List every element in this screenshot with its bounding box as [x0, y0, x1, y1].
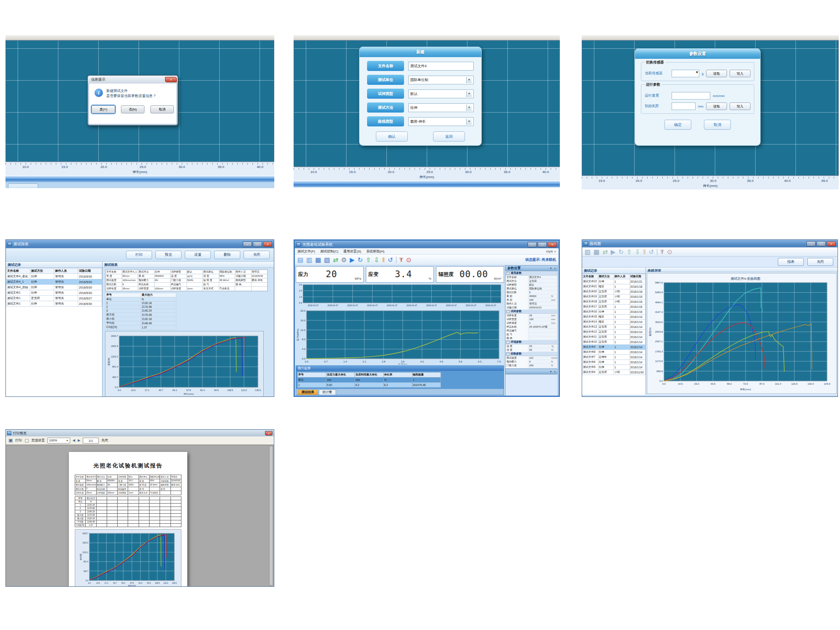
minimize-button[interactable]: –: [806, 241, 816, 247]
taskbar-tab[interactable]: [8, 184, 38, 188]
window-titlebar[interactable]: 测试报表 – □ ×: [6, 240, 274, 248]
maximize-button[interactable]: □: [538, 242, 547, 247]
table-row[interactable]: 测试文件22拉伸12016/1/21: [583, 279, 646, 284]
write-button[interactable]: 写入: [730, 102, 751, 110]
curve-select[interactable]: 载荷-伸长▼: [408, 117, 474, 126]
move-down-icon[interactable]: ⇩: [374, 257, 379, 263]
sync-icon[interactable]: ⇄: [602, 249, 608, 255]
table-row[interactable]: 测试文件4_原始拉伸管理员2016/5/30: [6, 285, 102, 290]
print-button[interactable]: 打印: [126, 251, 152, 259]
move-up-icon[interactable]: ⇧: [627, 249, 632, 255]
reset-icon[interactable]: ↻: [619, 249, 624, 255]
page-setup-icon[interactable]: ▢: [24, 438, 29, 443]
properties-titlebar[interactable]: 参数设置 ▼ ×: [505, 265, 558, 271]
table-row[interactable]: 测试文件14蠕变12016/1/14: [583, 320, 646, 325]
yes-button[interactable]: 是(Y): [92, 105, 115, 113]
write-button[interactable]: 写入: [730, 70, 751, 77]
ok-button[interactable]: 确定: [664, 120, 691, 130]
undo-icon[interactable]: ↺: [648, 249, 654, 255]
print-label[interactable]: 打印: [15, 438, 22, 443]
close-button[interactable]: ×: [827, 241, 836, 247]
close-icon[interactable]: ×: [554, 267, 556, 270]
style-dropdown[interactable]: style ▼: [546, 249, 556, 253]
save-icon[interactable]: ▦: [315, 257, 321, 263]
new-file-icon[interactable]: ▤: [297, 257, 303, 263]
chevron-down-icon[interactable]: ▼: [695, 70, 698, 77]
unit-select[interactable]: 国际单位制▼: [408, 76, 474, 84]
dock-panel-titlebar[interactable]: ▼ ×: [505, 369, 558, 374]
back-button[interactable]: 返回: [433, 131, 465, 142]
property-section-header[interactable]: −通用参数: [506, 271, 557, 276]
table-row[interactable]: 测试文件16拉伸12016/1/15: [583, 310, 646, 315]
sync-icon[interactable]: ⇄: [333, 257, 339, 263]
start-test-icon[interactable]: ▶: [611, 249, 616, 255]
specimen-select[interactable]: 默认▼: [408, 89, 474, 98]
close-button[interactable]: ×: [265, 431, 273, 436]
sensor-icon[interactable]: Ŧ: [399, 257, 403, 263]
column-header[interactable]: 操作人员: [614, 274, 630, 279]
menu-general-settings[interactable]: 通用设置(S): [343, 249, 361, 254]
pause-icon[interactable]: ‖: [382, 257, 385, 263]
table-row[interactable]: 测试文件21蠕变12016/1/18: [583, 284, 646, 289]
settings-button[interactable]: 设置: [185, 251, 211, 259]
next-page-icon[interactable]: ▶: [78, 438, 80, 442]
no-button[interactable]: 否(N): [121, 105, 144, 113]
gap-input[interactable]: [672, 102, 696, 110]
power-icon[interactable]: ⊙: [406, 257, 412, 263]
move-up-icon[interactable]: ⇧: [366, 257, 371, 263]
reset-icon[interactable]: ↻: [357, 257, 363, 263]
table-row[interactable]: 测试文件9拉伸12016/1/14: [583, 345, 646, 350]
table-row[interactable]: 测试文件4_老化拉伸管理员2016/5/30: [6, 274, 102, 279]
minimize-button[interactable]: –: [528, 242, 537, 247]
chevron-down-icon[interactable]: ▼: [466, 91, 472, 97]
table-row[interactable]: 测试文件12定负荷12016/1/14: [583, 330, 646, 335]
column-header[interactable]: 试验日期: [630, 274, 646, 279]
table-row[interactable]: 测试文件15蠕变12016/1/14: [583, 315, 646, 320]
table-row[interactable]: 测试文件5拉伸12016/1/14: [583, 365, 646, 370]
column-header[interactable]: 试验日期: [78, 268, 102, 274]
collapse-icon[interactable]: −: [507, 310, 509, 313]
property-section-header[interactable]: −环境参数: [506, 340, 557, 344]
report-button[interactable]: 报表: [778, 258, 804, 266]
tab-statistics[interactable]: 统计量: [319, 389, 336, 395]
table-row[interactable]: 测试文件17定负荷12016/1/15: [583, 304, 646, 310]
table-row[interactable]: 测试文件6拉伸12016/1/14: [583, 360, 646, 365]
speed-input[interactable]: [672, 92, 710, 100]
page-setup-label[interactable]: 页面设置: [32, 438, 45, 443]
minimize-button[interactable]: –: [243, 242, 252, 247]
table-row[interactable]: 测试文件8拉伸12016/1/14: [583, 350, 646, 355]
column-header[interactable]: 文件名称: [583, 274, 598, 279]
filename-input[interactable]: 测试文件4: [408, 62, 474, 71]
delete-button[interactable]: 删除: [214, 251, 240, 259]
vertical-scrollbar[interactable]: [269, 446, 273, 585]
preview-button[interactable]: 预览: [155, 251, 181, 259]
menu-test-file[interactable]: 测试文件(F): [297, 249, 315, 254]
chevron-down-icon[interactable]: ▼: [466, 118, 472, 125]
settings-gear-icon[interactable]: ⚙: [341, 257, 346, 263]
table-row[interactable]: 测试文件18定负荷小明2016/1/15: [583, 299, 646, 304]
pin-icon[interactable]: ▼: [550, 370, 552, 373]
pin-icon[interactable]: ▼: [550, 267, 552, 270]
zoom-select[interactable]: 100% ▼: [47, 438, 70, 444]
table-row[interactable]: 测试文件1拉伸管理员2016/5/30: [6, 301, 102, 307]
cancel-button[interactable]: 取消: [150, 105, 174, 113]
start-test-icon[interactable]: ▶: [350, 257, 355, 263]
record-table[interactable]: 文件名称测试方法操作人员试验日期测试文件4_老化拉伸管理员2016/5/30测试…: [6, 268, 102, 307]
chevron-down-icon[interactable]: ▼: [466, 105, 472, 111]
property-section-header[interactable]: −控制参数: [506, 352, 557, 356]
dialog-titlebar[interactable]: 参数设置: [635, 49, 760, 59]
table-row[interactable]: 测试文件4定负荷小明2015/11/30: [583, 370, 646, 375]
property-row[interactable]: 门槛力值200N: [506, 364, 557, 368]
close-window-button[interactable]: 关闭: [807, 258, 833, 266]
read-button[interactable]: 读取: [706, 70, 727, 77]
property-row[interactable]: 试验日期2015/11/21: [506, 306, 557, 310]
save-as-icon[interactable]: ▧: [324, 257, 330, 263]
window-titlebar[interactable]: 曲线图 – □ ×: [582, 240, 837, 247]
save-icon[interactable]: ▦: [593, 249, 599, 255]
move-down-icon[interactable]: ⇩: [635, 249, 640, 255]
read-button[interactable]: 读取: [706, 102, 727, 110]
printer-icon[interactable]: ▣: [8, 438, 13, 443]
column-header[interactable]: 测试方法: [30, 268, 54, 274]
pause-icon[interactable]: ‖: [643, 249, 646, 255]
collapse-icon[interactable]: −: [507, 352, 509, 355]
